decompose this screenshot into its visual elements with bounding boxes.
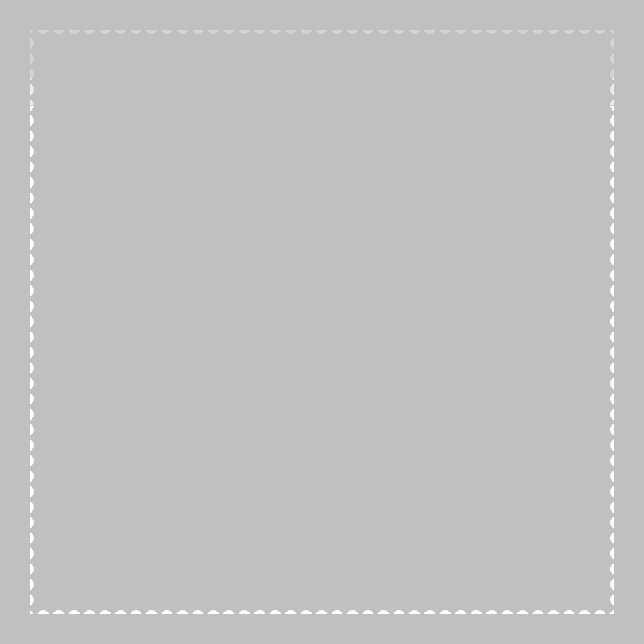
page-title: Восстановление доступа к аккаунту xyxy=(169,185,475,205)
active-tab[interactable]: G Проблемы с аккаунтом × xyxy=(36,58,172,78)
browser-toolbar: ‹ › ↻ ⊞ 🔒 accounts.google.com/signin/cha… xyxy=(30,78,614,106)
logo-l: l xyxy=(356,127,366,172)
logo-e: e xyxy=(366,127,387,172)
logo-g2: g xyxy=(333,127,356,172)
tab-favicon: G xyxy=(44,63,51,73)
google-logo: Google xyxy=(257,129,387,169)
logo-o2: o xyxy=(310,127,333,172)
month-select[interactable]: Месяц Январь Февраль Март Апрель Май Июн… xyxy=(169,412,319,440)
year-select[interactable]: Год 200420052006 200720082009 2010201120… xyxy=(326,412,476,440)
other-question-link[interactable]: Другой вопрос xyxy=(286,489,359,502)
window-controls: — ☐ ✕ xyxy=(560,36,606,48)
back-button[interactable]: ‹ xyxy=(36,82,56,102)
year-select-wrap: Год 200420052006 200720082009 2010201120… xyxy=(326,412,476,440)
bookmark-icon[interactable]: ♡ xyxy=(589,86,599,98)
opera-icon: O xyxy=(38,36,50,48)
calendar-ring-right xyxy=(325,313,332,322)
forward-button[interactable]: › xyxy=(60,82,80,102)
badge-1: 1 xyxy=(469,415,490,437)
next-button-wrap: Далее 2 xyxy=(169,449,476,477)
footer-email-suffix: @gmail.com xyxy=(328,541,388,554)
logo-o1: o xyxy=(287,127,310,172)
tab-label: Проблемы с аккаунтом xyxy=(56,63,155,73)
new-tab-button[interactable]: + xyxy=(172,58,192,78)
calendar-header xyxy=(295,313,350,325)
close-button[interactable]: ✕ xyxy=(594,36,606,48)
maximize-button[interactable]: ☐ xyxy=(577,36,589,48)
ssl-icon: 🔒 xyxy=(138,87,148,97)
account-recovery-card: 1 Когда вы создали этот аккаунт Google? … xyxy=(137,289,508,526)
minimize-button[interactable]: — xyxy=(560,36,572,48)
grid-button[interactable]: ⊞ xyxy=(106,82,126,102)
tab-bar: G Проблемы с аккаунтом × + ≡ xyxy=(30,53,614,78)
title-bar: O Меню — ☐ ✕ xyxy=(30,30,614,53)
hamburger-menu-button[interactable]: ≡ xyxy=(595,53,608,78)
stamp-container: O Меню — ☐ ✕ G Проблемы с аккаунтом × + … xyxy=(15,15,629,629)
calendar-icon: 1 xyxy=(295,313,350,369)
subtitle-line2: ответьте на вопросы. xyxy=(269,256,376,268)
footer-email: @gmail.com xyxy=(255,541,388,554)
next-button[interactable]: Далее xyxy=(169,449,476,477)
address-bar[interactable]: 🔒 accounts.google.com/signin/challenge/a… xyxy=(129,82,608,102)
footer-email-blur-block xyxy=(255,542,325,553)
email-blur-block xyxy=(235,212,320,226)
email-suffix: @gmail.com xyxy=(323,210,409,227)
date-selection-row: Месяц Январь Февраль Март Апрель Май Июн… xyxy=(169,412,476,440)
email-display: @gmail.com xyxy=(235,210,409,227)
tab-close-button[interactable]: × xyxy=(160,63,165,73)
logo-g: G xyxy=(257,127,287,172)
address-text: accounts.google.com/signin/challenge/acd… xyxy=(153,86,584,97)
browser-wrapper: O Меню — ☐ ✕ G Проблемы с аккаунтом × + … xyxy=(30,30,614,614)
calendar-ring-left xyxy=(313,313,319,322)
switch-account-link[interactable]: Использовать другой аккаунт xyxy=(248,558,395,571)
calendar-number: 1 xyxy=(315,339,329,364)
subtitle-line1: Чтобы подтвердить, что аккаунт принадлеж… xyxy=(194,240,451,252)
badge-2: 2 xyxy=(469,452,490,474)
browser-window: O Меню — ☐ ✕ G Проблемы с аккаунтом × + … xyxy=(30,30,614,614)
question-text: Когда вы создали этот аккаунт Google? xyxy=(210,384,435,398)
refresh-button[interactable]: ↻ xyxy=(83,82,103,102)
title-bar-text: Меню xyxy=(56,36,554,48)
subtitle: Чтобы подтвердить, что аккаунт принадлеж… xyxy=(194,238,451,271)
month-select-wrap: Месяц Январь Февраль Март Апрель Май Июн… xyxy=(169,412,319,440)
page-content: Google Восстановление доступа к аккаунту… xyxy=(30,106,614,614)
footer-section: @gmail.com Использовать другой аккаунт xyxy=(248,541,395,571)
